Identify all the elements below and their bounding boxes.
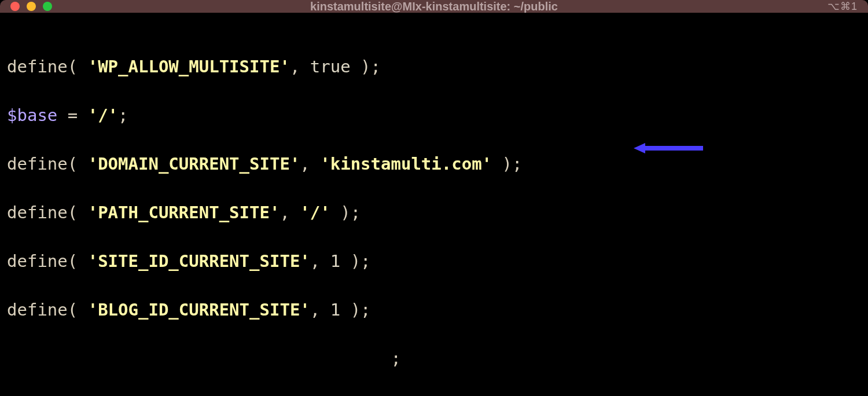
code-line: define( 'WP_ALLOW_MULTISITE', true ); — [7, 54, 861, 79]
code-line: define( 'BLOG_ID_CURRENT_SITE', 1 ); — [7, 298, 861, 322]
window-title: kinstamultisite@MIx-kinstamultisite: ~/p… — [0, 0, 868, 13]
shortcut-hint: ⌥⌘1 — [827, 0, 858, 13]
maximize-icon[interactable] — [43, 2, 52, 11]
minimize-icon[interactable] — [27, 2, 36, 11]
terminal-window: kinstamultisite@MIx-kinstamultisite: ~/p… — [0, 0, 868, 396]
terminal-body[interactable]: define( 'WP_ALLOW_MULTISITE', true ); $b… — [0, 13, 868, 396]
window-controls — [10, 2, 52, 11]
close-icon[interactable] — [10, 2, 20, 11]
titlebar: kinstamultisite@MIx-kinstamultisite: ~/p… — [0, 0, 868, 13]
code-line: define( 'PATH_CURRENT_SITE', '/' ); — [7, 200, 861, 225]
code-line: define( 'DOMAIN_CURRENT_SITE', 'kinstamu… — [7, 152, 861, 176]
code-line: ; — [7, 346, 861, 371]
code-line: $base = '/'; — [7, 103, 861, 127]
code-line: define( 'SITE_ID_CURRENT_SITE', 1 ); — [7, 249, 861, 273]
